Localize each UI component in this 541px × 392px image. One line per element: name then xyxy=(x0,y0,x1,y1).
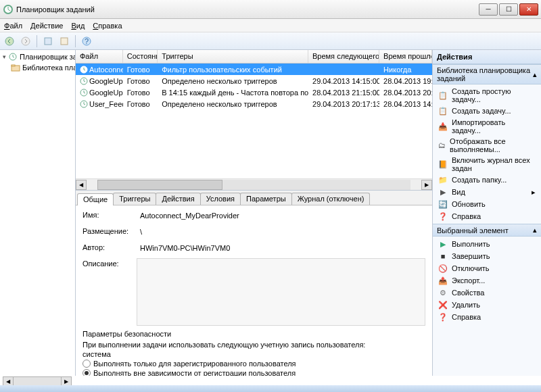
app-icon xyxy=(3,4,14,15)
forward-button[interactable] xyxy=(19,34,32,48)
security-header: Параметры безопасности xyxy=(83,330,425,338)
col-last[interactable]: Время прошлог xyxy=(379,50,432,63)
maximize-button[interactable]: ☐ xyxy=(499,3,518,16)
radio-logged-label: Выполнять только для зарегистрированного… xyxy=(93,360,296,368)
tree-library[interactable]: Библиотека планирован xyxy=(1,62,74,73)
menu-action[interactable]: Действие xyxy=(30,22,63,30)
scroll-thumb[interactable] xyxy=(97,180,222,190)
tab-triggers[interactable]: Триггеры xyxy=(113,193,156,205)
location-label: Размещение: xyxy=(83,226,137,235)
scroll-right-icon[interactable]: ▶ xyxy=(421,180,432,190)
task-row[interactable]: Autoconnec...ГотовоФильтр пользовательск… xyxy=(76,64,432,75)
radio-any-label: Выполнять вне зависимости от регистрации… xyxy=(93,369,296,376)
detail-tabs: Общие Триггеры Действия Условия Параметр… xyxy=(76,191,432,205)
menu-help[interactable]: Справка xyxy=(93,22,122,30)
menu-file[interactable]: Файл xyxy=(4,22,22,30)
action-item[interactable]: ▶Вид▸ xyxy=(433,186,541,198)
action-label: Создать простую задачу... xyxy=(452,87,536,103)
action-label: Выполнить xyxy=(452,240,490,248)
tab-general[interactable]: Общие xyxy=(77,193,114,205)
action-item[interactable]: ❌Удалить xyxy=(433,299,541,311)
col-state[interactable]: Состояние xyxy=(123,50,158,63)
detail-button[interactable] xyxy=(57,34,71,48)
action-item[interactable]: 📋Создать простую задачу... xyxy=(433,86,541,105)
window-title: Планировщик заданий xyxy=(16,5,479,14)
folder-icon xyxy=(11,63,20,72)
action-item[interactable]: 🔄Обновить xyxy=(433,198,541,210)
collapse-icon[interactable]: ▾ xyxy=(3,53,6,60)
action-item[interactable]: ▶Выполнить xyxy=(433,238,541,250)
action-icon: ❌ xyxy=(438,300,448,310)
toolbar: ? xyxy=(0,32,541,50)
tab-settings[interactable]: Параметры xyxy=(240,193,292,205)
scroll-left-icon[interactable]: ◀ xyxy=(76,180,87,190)
action-item[interactable]: 🗂Отображать все выполняемы... xyxy=(433,136,541,155)
back-button[interactable] xyxy=(3,34,16,48)
task-row[interactable]: GoogleUpda...ГотовоВ 14:15 каждый день -… xyxy=(76,87,432,98)
action-icon: 📋 xyxy=(438,91,448,100)
action-label: Удалить xyxy=(452,301,480,309)
taskbar xyxy=(0,385,541,392)
action-icon: ⚙ xyxy=(438,288,448,297)
col-triggers[interactable]: Триггеры xyxy=(158,50,308,63)
author-label: Автор: xyxy=(83,242,137,251)
action-item[interactable]: 📙Включить журнал всех задан xyxy=(433,155,541,174)
col-next[interactable]: Время следующего запуска xyxy=(308,50,379,63)
action-label: Вид xyxy=(452,188,465,196)
svg-point-2 xyxy=(22,37,30,45)
action-label: Создать папку... xyxy=(452,176,507,184)
title-bar: Планировщик заданий ─ ☐ ✕ xyxy=(0,0,541,19)
action-label: Отображать все выполняемы... xyxy=(450,137,536,153)
action-label: Отключить xyxy=(452,264,490,272)
tab-conditions[interactable]: Условия xyxy=(200,193,241,205)
help-button[interactable]: ? xyxy=(80,34,93,48)
action-icon: 📋 xyxy=(438,106,448,116)
task-row[interactable]: GoogleUpda...ГотовоОпределено несколько … xyxy=(76,75,432,87)
scope-button[interactable] xyxy=(41,34,55,48)
svg-rect-3 xyxy=(45,38,51,45)
action-label: Обновить xyxy=(452,200,486,208)
radio-any[interactable] xyxy=(83,369,91,376)
tree-root-label: Планировщик заданий (Лок xyxy=(20,53,76,61)
minimize-button[interactable]: ─ xyxy=(479,3,498,16)
close-button[interactable]: ✕ xyxy=(519,3,538,16)
tab-history[interactable]: Журнал (отключен) xyxy=(291,193,371,205)
action-item[interactable]: ❓Справка xyxy=(433,210,541,222)
task-row[interactable]: User_Feed_S...ГотовоОпределено несколько… xyxy=(76,98,432,109)
svg-point-1 xyxy=(5,37,14,45)
action-item[interactable]: 📤Экспорт... xyxy=(433,274,541,287)
actions-group-library-label: Библиотека планировщика заданий xyxy=(437,66,533,82)
action-icon: ❓ xyxy=(438,212,448,221)
action-icon: ▶ xyxy=(438,239,448,249)
action-item[interactable]: 📥Импортировать задачу... xyxy=(433,117,541,136)
clock-icon xyxy=(8,52,18,62)
action-icon: ■ xyxy=(438,251,448,261)
action-item[interactable]: ⚙Свойства xyxy=(433,287,541,299)
detail-body: Имя: Autoconnect_MyDearProvider Размещен… xyxy=(76,205,432,376)
action-item[interactable]: ■Завершить xyxy=(433,250,541,262)
action-item[interactable]: 📋Создать задачу... xyxy=(433,105,541,117)
location-value: \ xyxy=(137,226,425,238)
description-box[interactable] xyxy=(137,258,425,326)
tree-root[interactable]: ▾ Планировщик заданий (Лок xyxy=(1,51,74,62)
col-file[interactable]: Файл xyxy=(76,50,123,63)
collapse-up-icon[interactable]: ▴ xyxy=(533,70,537,79)
action-item[interactable]: ❓Справка xyxy=(433,311,541,323)
security-user: система xyxy=(83,350,425,358)
radio-logged[interactable] xyxy=(83,360,91,368)
actions-header: Действия xyxy=(433,50,541,64)
clock-icon xyxy=(80,66,88,74)
action-icon: ❓ xyxy=(438,312,448,322)
action-item[interactable]: 🚫Отключить xyxy=(433,262,541,274)
horizontal-scrollbar[interactable]: ◀ ▶ xyxy=(76,178,432,190)
author-value: HWin7VM0-PC\HWin7VM0 xyxy=(137,242,425,254)
menu-view[interactable]: Вид xyxy=(71,22,85,30)
action-item[interactable]: 📁Создать папку... xyxy=(433,174,541,186)
tab-actions[interactable]: Действия xyxy=(156,193,200,205)
action-label: Свойства xyxy=(452,289,484,297)
action-label: Создать задачу... xyxy=(452,107,511,115)
action-label: Экспорт... xyxy=(452,276,485,285)
action-icon: 📤 xyxy=(438,276,448,285)
collapse-up-icon[interactable]: ▴ xyxy=(533,226,537,235)
menu-bar: Файл Действие Вид Справка xyxy=(0,19,541,32)
